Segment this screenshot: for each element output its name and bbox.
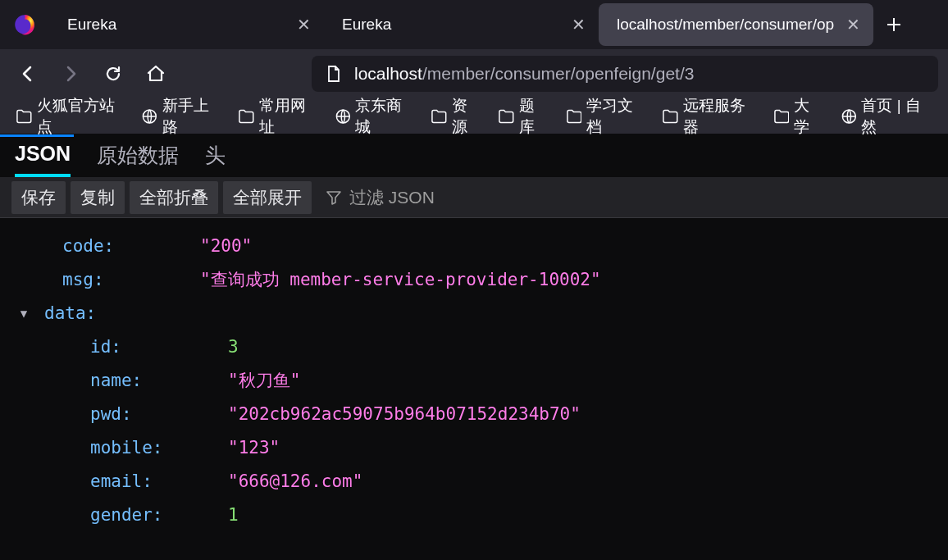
- plus-icon: [886, 16, 902, 33]
- tab-title: Eureka: [67, 16, 289, 34]
- tab-indicator: [0, 134, 74, 137]
- folder-icon: [774, 109, 790, 124]
- tab-json[interactable]: JSON: [15, 134, 71, 177]
- bookmark-item[interactable]: 常用网址: [234, 92, 322, 141]
- tab-raw[interactable]: 原始数据: [97, 134, 179, 177]
- firefox-icon: [13, 13, 36, 36]
- bookmark-label: 远程服务器: [683, 95, 756, 138]
- bookmark-item[interactable]: 大学: [769, 92, 828, 141]
- bookmark-label: 学习文档: [586, 95, 645, 138]
- arrow-left-icon: [18, 64, 38, 84]
- bookmark-label: 首页 | 自然: [861, 95, 932, 138]
- bookmark-label: 常用网址: [259, 95, 317, 138]
- tab-localhost[interactable]: localhost/member/consumer/op ✕: [599, 3, 873, 46]
- chevron-down-icon: ▼: [21, 303, 27, 325]
- folder-icon: [499, 109, 514, 124]
- bookmark-item[interactable]: 学习文档: [562, 92, 650, 141]
- tab-eureka-2[interactable]: Eureka ✕: [324, 3, 599, 46]
- url-text: localhost/member/consumer/openfeign/get/…: [354, 64, 694, 84]
- tab-headers[interactable]: 头: [205, 134, 226, 177]
- close-icon[interactable]: ✕: [572, 15, 586, 34]
- close-icon[interactable]: ✕: [846, 15, 860, 34]
- bookmark-label: 题库: [519, 95, 548, 138]
- bookmark-item[interactable]: 远程服务器: [658, 92, 761, 141]
- folder-icon: [567, 109, 582, 124]
- json-toolbar: 保存 复制 全部折叠 全部展开 过滤 JSON: [0, 177, 948, 218]
- json-viewer-tabs: JSON 原始数据 头: [0, 134, 948, 177]
- bookmark-label: 资源: [452, 95, 481, 138]
- tab-eureka-1[interactable]: Eureka ✕: [49, 3, 324, 46]
- filter-icon: [326, 190, 341, 205]
- filter-json-input[interactable]: 过滤 JSON: [326, 186, 435, 209]
- bookmarks-bar: 火狐官方站点 新手上路 常用网址 京东商城 资源 题库 学习文档 远程服务器 大…: [0, 98, 948, 134]
- bookmark-label: 京东商城: [355, 95, 413, 138]
- folder-icon: [16, 109, 32, 124]
- folder-icon: [239, 109, 254, 124]
- globe-icon: [335, 108, 351, 125]
- folder-icon: [663, 109, 678, 124]
- home-icon: [146, 64, 166, 84]
- globe-icon: [142, 108, 157, 125]
- json-body: code:"200" msg:"查询成功 member-service-prov…: [0, 218, 948, 560]
- bookmark-label: 火狐官方站点: [37, 95, 125, 138]
- collapse-toggle-data[interactable]: ▼: [15, 297, 33, 330]
- bookmark-label: 大学: [794, 95, 823, 138]
- reload-icon: [103, 64, 123, 84]
- copy-button[interactable]: 复制: [71, 181, 125, 214]
- tab-strip: Eureka ✕ Eureka ✕ localhost/member/consu…: [0, 0, 948, 49]
- tab-title: localhost/member/consumer/op: [617, 16, 838, 34]
- close-icon[interactable]: ✕: [297, 15, 311, 34]
- collapse-all-button[interactable]: 全部折叠: [130, 181, 218, 214]
- page-icon: [326, 66, 341, 82]
- bookmark-item[interactable]: 资源: [426, 92, 485, 141]
- bookmark-item[interactable]: 题库: [494, 92, 553, 141]
- new-tab-button[interactable]: [873, 4, 914, 45]
- folder-icon: [431, 109, 447, 124]
- filter-placeholder: 过滤 JSON: [349, 186, 435, 209]
- save-button[interactable]: 保存: [11, 181, 66, 214]
- bookmark-item[interactable]: 京东商城: [330, 92, 419, 141]
- forward-button[interactable]: [52, 56, 89, 92]
- arrow-right-icon: [61, 64, 80, 84]
- back-button[interactable]: [10, 56, 46, 92]
- bookmark-item[interactable]: 首页 | 自然: [836, 92, 937, 141]
- home-button[interactable]: [138, 56, 174, 92]
- bookmark-label: 新手上路: [162, 95, 221, 138]
- url-bar[interactable]: localhost/member/consumer/openfeign/get/…: [312, 56, 938, 92]
- expand-all-button[interactable]: 全部展开: [223, 181, 312, 214]
- globe-icon: [841, 108, 857, 125]
- reload-button[interactable]: [95, 56, 131, 92]
- tab-title: Eureka: [342, 16, 563, 34]
- firefox-logo: [0, 0, 49, 49]
